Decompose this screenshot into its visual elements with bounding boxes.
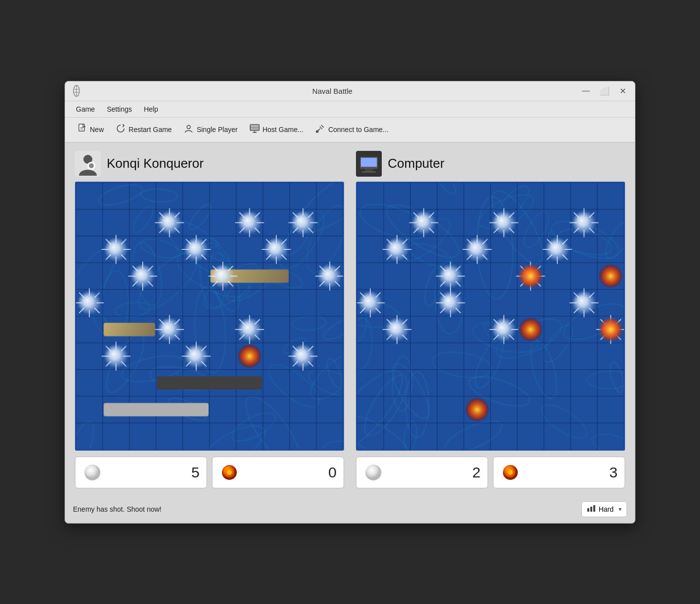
player2-hit-stat: 3 [493,457,625,488]
player2-header: Computer [356,151,625,177]
menu-game[interactable]: Game [71,103,100,115]
single-player-icon [184,124,194,136]
player1-name: Konqi Konqueror [107,156,204,171]
menu-help[interactable]: Help [139,103,163,115]
player2-miss-stat: 2 [356,457,488,488]
host-game-label: Host Game... [263,126,303,134]
maximize-button[interactable]: ⬜ [597,85,613,97]
player2-hit-value: 3 [609,464,618,481]
main-content: Konqi Konqueror [65,143,635,496]
svg-point-32 [508,470,513,475]
close-button[interactable]: ✕ [617,85,629,97]
app-icon [71,85,82,96]
window-controls: — ⬜ ✕ [579,85,629,97]
player2-stats: 2 [356,457,625,488]
toolbar: New Restart Game Single Player [65,118,635,143]
svg-rect-33 [587,508,589,512]
connect-button[interactable]: Connect to Game... [310,121,393,139]
single-player-button[interactable]: Single Player [179,121,243,139]
player1-stats: 5 [75,457,344,488]
player2-avatar [356,151,382,177]
player1-header: Konqi Konqueror [75,151,344,177]
player1-hit-stat: 0 [212,457,344,488]
svg-rect-27 [365,169,373,171]
chevron-down-icon: ▾ [619,506,622,513]
player1-section: Konqi Konqueror [75,151,344,488]
player2-canvas[interactable] [357,183,624,450]
miss-icon-1 [82,463,102,482]
game-area: Konqi Konqueror [75,151,625,488]
main-window: Naval Battle — ⬜ ✕ Game Settings Help Ne… [65,81,635,524]
svg-rect-35 [593,505,595,512]
single-player-label: Single Player [197,126,238,134]
window-title: Naval Battle [86,87,579,95]
svg-point-29 [365,465,381,480]
statusbar: Enemy has shot. Shoot now! Hard ▾ [65,496,635,523]
player1-avatar [75,151,101,177]
new-button[interactable]: New [73,121,109,139]
svg-point-23 [227,470,232,475]
hit-icon-2 [500,463,520,482]
restart-label: Restart Game [129,126,172,134]
player2-miss-value: 2 [472,464,481,481]
difficulty-dropdown[interactable]: Hard ▾ [581,501,627,517]
player1-canvas[interactable] [76,183,343,450]
player2-section: Computer [356,151,625,488]
new-icon [78,124,87,136]
player2-grid[interactable] [356,182,625,451]
svg-point-7 [187,125,191,129]
connect-icon [315,124,325,136]
restart-button[interactable]: Restart Game [111,121,177,139]
svg-rect-34 [590,507,592,512]
player1-grid[interactable] [75,182,344,451]
player1-hit-value: 0 [328,464,337,481]
menu-settings[interactable]: Settings [102,103,137,115]
menubar: Game Settings Help [65,101,635,118]
connect-label: Connect to Game... [328,126,388,134]
hit-icon-1 [219,463,239,482]
player1-miss-stat: 5 [75,457,207,488]
miss-icon-2 [363,463,383,482]
player2-name: Computer [388,156,444,171]
titlebar: Naval Battle — ⬜ ✕ [65,81,635,101]
new-label: New [90,126,104,134]
svg-rect-28 [362,171,376,173]
minimize-button[interactable]: — [579,85,593,97]
player1-miss-value: 5 [191,464,200,481]
difficulty-label: Hard [599,505,614,513]
restart-icon [116,124,126,136]
status-message: Enemy has shot. Shoot now! [73,505,161,513]
svg-point-20 [84,465,100,480]
svg-point-19 [89,163,94,168]
svg-rect-26 [361,158,377,167]
bar-chart-icon [587,504,596,514]
host-game-icon [250,124,260,135]
host-game-button[interactable]: Host Game... [245,121,308,138]
